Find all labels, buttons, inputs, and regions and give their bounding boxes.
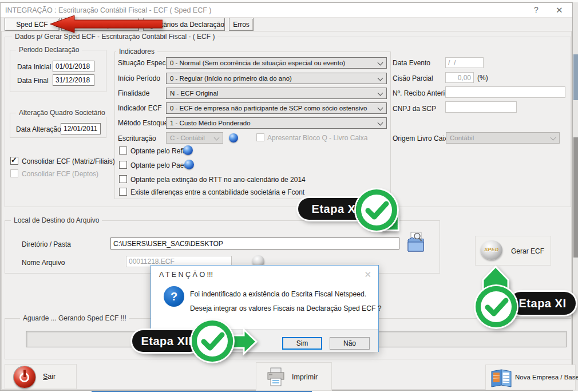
etapa-xi-check-icon	[476, 286, 517, 327]
bloco-q-checkbox	[256, 133, 264, 141]
consolidar-deptos-label: Consolidar ECF (Deptos)	[22, 170, 98, 178]
chevron-down-icon	[378, 90, 383, 96]
finalidade-label: Finalidade	[118, 89, 149, 97]
cisao-percent-suffix: (%)	[477, 74, 488, 82]
data-evento-label: Data Evento	[393, 59, 430, 67]
situacao-especial-label: Situação Especial	[118, 59, 172, 67]
new-company-icon	[490, 368, 513, 390]
imprimir-button[interactable]: Imprimir	[256, 362, 332, 391]
etapa-xii-badge: Etapa XII	[132, 330, 201, 352]
diretorio-label: Diretório / Pasta	[22, 240, 71, 248]
gerar-ecf-button[interactable]: SPED Gerar ECF	[475, 236, 551, 266]
power-icon	[14, 366, 35, 388]
nao-button[interactable]: Não	[330, 337, 370, 350]
question-icon: ?	[164, 286, 184, 307]
indicadores-group-title: Indicadores	[116, 47, 157, 56]
consolidar-matriz-checkbox[interactable]	[10, 157, 18, 165]
info-icon[interactable]	[229, 133, 238, 142]
data-final-input[interactable]	[53, 74, 94, 86]
data-inicial-input[interactable]	[53, 61, 94, 72]
chevron-down-icon	[378, 60, 383, 66]
optante-paes-label: Optante pelo Paes	[130, 161, 187, 169]
sped-ball-icon: SPED	[481, 240, 502, 260]
chevron-down-icon	[378, 120, 383, 126]
cnpj-scp-label: CNPJ da SCP	[393, 105, 436, 113]
recibo-anterior-label: Nº. Recibo Anterior	[393, 89, 451, 97]
data-alteracao-input[interactable]	[61, 123, 101, 134]
metodo-estoque-label: Método Estoque	[118, 119, 168, 127]
etapa-x-check-icon	[356, 189, 397, 231]
inicio-periodo-select[interactable]: 0 - Regular (Início no primeiro dia do a…	[166, 73, 387, 84]
imprimir-label: Imprimir	[292, 373, 318, 381]
consolidar-deptos-checkbox	[10, 169, 18, 177]
data-alteracao-label: Data Alteração	[16, 125, 61, 133]
sim-button[interactable]: Sim	[282, 337, 322, 350]
destino-group-title: Local de Destino do Arquivo	[11, 216, 102, 224]
close-button[interactable]: ✕	[556, 5, 563, 15]
cisao-parcial-label: Cisão Parcial	[393, 74, 433, 82]
diretorio-input[interactable]	[110, 237, 399, 250]
chevron-down-icon	[378, 105, 383, 111]
background-right-strip-blue	[573, 54, 578, 100]
browse-folder-icon[interactable]	[407, 232, 425, 255]
cnpj-scp-input[interactable]	[445, 101, 517, 113]
tab-erros[interactable]: Erros	[229, 18, 254, 31]
optante-rtt-label: Optante pela extinção do RTT no ano-cale…	[130, 176, 306, 184]
inicio-periodo-label: Início Período	[118, 74, 160, 82]
nova-empresa-label: Nova Empresa / Base	[515, 374, 578, 381]
chevron-down-icon	[214, 135, 220, 141]
situacao-especial-select[interactable]: 0 - Normal (Sem ocorrência de situação e…	[166, 57, 387, 69]
escrituracao-select: C - Contábil	[166, 132, 223, 144]
dialog-message-line2: Deseja integrar os valores Fiscais na De…	[190, 304, 382, 312]
sair-button[interactable]: Sair	[5, 364, 77, 389]
optante-rtt-checkbox[interactable]	[119, 175, 127, 183]
consolidar-matriz-label: Consolidar ECF (Matriz/Filiais)	[22, 157, 115, 165]
data-inicial-label: Data Inicial	[17, 63, 51, 71]
info-icon[interactable]	[184, 160, 194, 169]
etapa-xi-badge: Etapa XI	[509, 292, 576, 315]
window-title: INTEGRAÇÃO : Escrituração Contábil Fisca…	[5, 6, 212, 14]
help-button[interactable]: ?	[534, 5, 539, 14]
bloco-q-label: Apresentar Bloco Q - Livro Caixa	[267, 134, 367, 142]
chevron-down-icon	[378, 76, 383, 81]
escrituracao-label: Escrituração	[118, 134, 156, 142]
indicador-ecf-label: Indicador ECF	[118, 104, 162, 112]
optante-paes-checkbox[interactable]	[119, 161, 127, 169]
origem-livro-caixa-label: Origem Livro Caixa	[393, 134, 452, 142]
data-final-label: Data Final	[17, 77, 49, 85]
optante-refis-checkbox[interactable]	[119, 146, 127, 155]
etapa-xii-check-icon	[192, 320, 233, 362]
dialog-message-line1: Foi indentificado a existência do Escrit…	[190, 290, 366, 298]
data-evento-input	[445, 57, 484, 68]
existe-diferencas-checkbox[interactable]	[119, 188, 127, 196]
nova-empresa-button[interactable]: Nova Empresa / Base	[485, 365, 576, 390]
optante-refis-label: Optante pelo Refis	[130, 147, 187, 155]
gerar-ecf-label: Gerar ECF	[511, 247, 544, 255]
aguarde-label: Aguarde ... Gerando Sped ECF !!!	[20, 314, 129, 322]
background-right-strip-gray	[573, 137, 578, 258]
red-arrow-annotation	[50, 15, 163, 35]
finalidade-select[interactable]: N - ECF Original	[166, 88, 387, 99]
nome-arquivo-label: Nome Arquivo	[22, 259, 65, 267]
existe-diferencas-label: Existe diferenças entre a contabilidade …	[130, 188, 304, 196]
periodo-group-title: Periodo Declaração	[16, 46, 82, 54]
atencao-dialog-title: A T E N Ç Ã O !!!	[159, 271, 213, 279]
recibo-anterior-input[interactable]	[445, 86, 565, 98]
sair-label: air	[47, 373, 56, 381]
origem-livro-caixa-select: Contábil	[446, 132, 560, 144]
printer-icon	[266, 367, 286, 390]
metodo-estoque-select[interactable]: 1 - Custo Médio Ponderado	[166, 117, 387, 129]
indicador-ecf-select[interactable]: 0 - ECF de empresa não participante de S…	[166, 102, 387, 114]
alteracao-group-title: Alteração Quadro Societário	[16, 109, 108, 117]
chevron-down-icon	[551, 135, 556, 141]
cisao-parcial-input	[445, 72, 474, 83]
dialog-close-icon[interactable]: ✕	[364, 270, 371, 280]
info-icon[interactable]	[183, 145, 193, 155]
